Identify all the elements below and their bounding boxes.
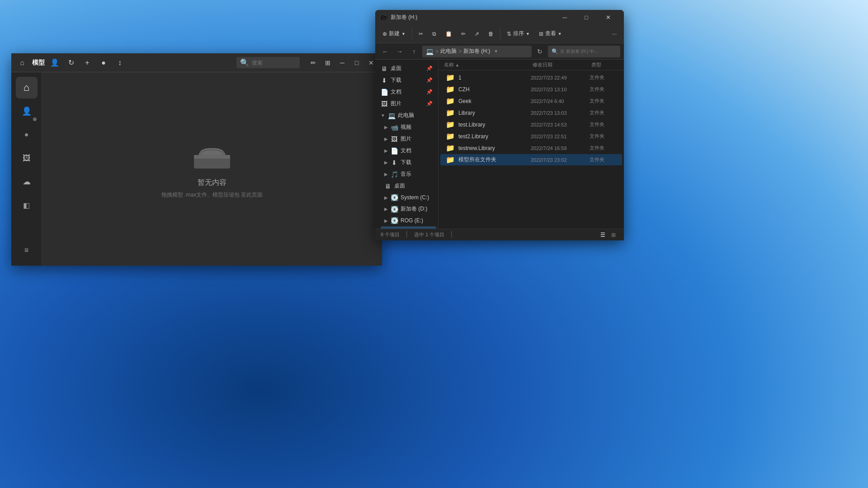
- volume-d-icon: 💽: [391, 206, 398, 213]
- cut-button[interactable]: ✂: [415, 29, 427, 39]
- split-button[interactable]: ⊞: [321, 56, 334, 69]
- videos-icon: 📹: [391, 124, 398, 131]
- sidebar-item-user[interactable]: 👤: [16, 100, 38, 122]
- edit-button[interactable]: ✏: [307, 56, 320, 69]
- this-pc-expand: ▼: [381, 113, 385, 118]
- table-row[interactable]: 📁 Geek 2022/7/24 6:40 文件夹: [440, 95, 622, 107]
- explorer-main: 名称 ▲ 修改日期 类型 📁 1 2022/7/23 22:49 文件夹: [439, 60, 624, 229]
- nav-pictures2[interactable]: ▶ 🖼 图片: [381, 133, 436, 145]
- nav-downloads-label: 下载: [391, 76, 401, 84]
- sort-button[interactable]: ↕: [113, 56, 126, 69]
- search-input[interactable]: [252, 60, 296, 66]
- file-date: 2022/7/23 13:10: [531, 87, 590, 92]
- nav-system-c-label: System (C:): [401, 194, 429, 201]
- copy-button[interactable]: ⧉: [429, 29, 440, 39]
- view-button[interactable]: ⊞ 查看 ▼: [535, 28, 566, 39]
- file-name: Library: [458, 110, 531, 116]
- explorer-body: 🖥 桌面 📌 ⬇ 下载 📌 📄 文档 📌 🖼 图片 📌 ▼ 💻: [375, 60, 624, 229]
- app-title: 模型: [32, 59, 45, 67]
- nav-system-c[interactable]: ▶ 💽 System (C:): [381, 192, 436, 203]
- nav-rog-e-label: ROG (E:): [401, 217, 423, 224]
- minimize-button[interactable]: ─: [336, 56, 349, 69]
- nav-forward[interactable]: →: [393, 45, 406, 58]
- view-tiles-button[interactable]: ⊞: [609, 230, 618, 240]
- user-button[interactable]: 👤: [48, 56, 61, 69]
- system-c-expand: ▶: [384, 195, 388, 200]
- more-icon: ···: [612, 31, 617, 37]
- sort-button[interactable]: ⇅ 排序 ▼: [503, 28, 533, 39]
- nav-this-pc[interactable]: ▼ 💻 此电脑: [377, 110, 436, 121]
- nav-downloads2[interactable]: ▶ ⬇ 下载: [381, 157, 436, 168]
- file-type: 文件夹: [590, 109, 617, 116]
- col-header-type[interactable]: 类型: [591, 61, 618, 68]
- col-header-date[interactable]: 修改日期: [533, 61, 591, 68]
- add-button[interactable]: +: [81, 56, 94, 69]
- nav-music[interactable]: ▶ 🎵 音乐: [381, 169, 436, 180]
- explorer-search-input[interactable]: [560, 49, 617, 54]
- table-row[interactable]: 📁 test2.Library 2022/7/23 22:51 文件夹: [440, 131, 622, 142]
- delete-button[interactable]: 🗑: [485, 29, 497, 39]
- nav-videos[interactable]: ▶ 📹 视频: [381, 122, 436, 133]
- home-button[interactable]: ⌂: [16, 56, 28, 69]
- nav-documents[interactable]: 📄 文档 📌: [377, 86, 436, 98]
- col-header-name[interactable]: 名称 ▲: [444, 61, 533, 68]
- resize-handle[interactable]: [375, 258, 382, 266]
- refresh-button[interactable]: ↻: [65, 56, 77, 69]
- nav-downloads[interactable]: ⬇ 下载 📌: [377, 75, 436, 86]
- explorer-win-controls: ─ □ ✕: [554, 10, 618, 24]
- nav-volume-d[interactable]: ▶ 💽 新加卷 (D:): [381, 203, 436, 215]
- explorer-minimize[interactable]: ─: [554, 10, 575, 24]
- nav-rog-e[interactable]: ▶ 💽 ROG (E:): [381, 215, 436, 226]
- new-button[interactable]: ⊕ 新建 ▼: [379, 28, 409, 39]
- more-button[interactable]: ···: [609, 29, 620, 39]
- nav-pictures[interactable]: 🖼 图片 📌: [377, 98, 436, 109]
- explorer-toolbar: ⊕ 新建 ▼ ✂ ⧉ 📋 ✏ ⇗ 🗑 ⇅ 排序 ▼ ⊞ 查看: [375, 24, 624, 43]
- table-row[interactable]: 📁 模型所在文件夹 2022/7/23 23:02 文件夹: [440, 154, 622, 165]
- address-bar[interactable]: 💻 > 此电脑 > 新加卷 (H:) ▼: [422, 46, 532, 57]
- share-button[interactable]: ⇗: [471, 29, 483, 39]
- nav-desktop-label: 桌面: [391, 65, 401, 72]
- sidebar-item-image[interactable]: 🖼: [16, 147, 38, 169]
- sidebar-item-cloud[interactable]: ☁: [16, 171, 38, 192]
- app-toolbar: ⌂ 模型 👤 ↻ + ● ↕ 🔍 ✏ ⊞ ─ □ ✕: [11, 53, 382, 72]
- file-date: 2022/7/23 14:53: [531, 122, 590, 127]
- explorer-maximize[interactable]: □: [576, 10, 597, 24]
- nav-desktop2[interactable]: 🖥 桌面: [381, 180, 436, 192]
- folder-icon: 📁: [446, 108, 455, 117]
- explorer-close[interactable]: ✕: [598, 10, 618, 24]
- file-date: 2022/7/23 23:02: [531, 157, 590, 163]
- table-row[interactable]: 📁 CZH 2022/7/23 13:10 文件夹: [440, 84, 622, 95]
- paste-button[interactable]: 📋: [442, 29, 456, 39]
- pictures2-expand: ▶: [384, 136, 388, 141]
- folder-icon: 📁: [446, 85, 455, 94]
- maximize-button[interactable]: □: [350, 56, 363, 69]
- status-sep-2: 丨: [448, 230, 455, 239]
- folder-icon: 📁: [446, 73, 455, 82]
- nav-documents2[interactable]: ▶ 📄 文档: [381, 145, 436, 156]
- view-details-button[interactable]: ☰: [598, 230, 608, 240]
- nav-desktop[interactable]: 🖥 桌面 📌: [377, 63, 436, 74]
- file-list: 📁 1 2022/7/23 22:49 文件夹 📁 CZH 2022/7/23 …: [439, 70, 624, 229]
- refresh-nav-button[interactable]: ↻: [533, 45, 546, 58]
- explorer-navbar: ← → ↑ 💻 > 此电脑 > 新加卷 (H:) ▼ ↻ 🔍: [375, 43, 624, 60]
- file-type: 文件夹: [590, 86, 617, 93]
- nav-up[interactable]: ↑: [408, 45, 420, 58]
- pictures-icon: 🖼: [381, 100, 388, 108]
- file-name: test2.Library: [458, 133, 531, 140]
- nav-back[interactable]: ←: [379, 45, 392, 58]
- documents2-expand: ▶: [384, 148, 388, 153]
- rename-button[interactable]: ✏: [458, 29, 469, 39]
- sidebar-item-file[interactable]: ◧: [16, 194, 38, 216]
- sidebar-item-home[interactable]: ⌂: [16, 77, 38, 99]
- table-row[interactable]: 📁 1 2022/7/23 22:49 文件夹: [440, 72, 622, 83]
- volume-d-expand: ▶: [384, 206, 388, 211]
- table-row[interactable]: 📁 testnew.Library 2022/7/24 16:58 文件夹: [440, 142, 622, 154]
- folder-icon: 📁: [446, 144, 455, 152]
- table-row[interactable]: 📁 Library 2022/7/23 13:03 文件夹: [440, 107, 622, 118]
- sidebar-menu-button[interactable]: ≡: [16, 239, 38, 261]
- empty-title: 暂无内容: [198, 178, 226, 188]
- this-pc-group: ▶ 📹 视频 ▶ 🖼 图片 ▶ 📄 文档 ▶ ⬇ 下载: [379, 122, 438, 229]
- table-row[interactable]: 📁 test.Library 2022/7/23 14:53 文件夹: [440, 119, 622, 130]
- sidebar-item-circle[interactable]: ●: [16, 124, 38, 145]
- svg-rect-1: [194, 155, 230, 159]
